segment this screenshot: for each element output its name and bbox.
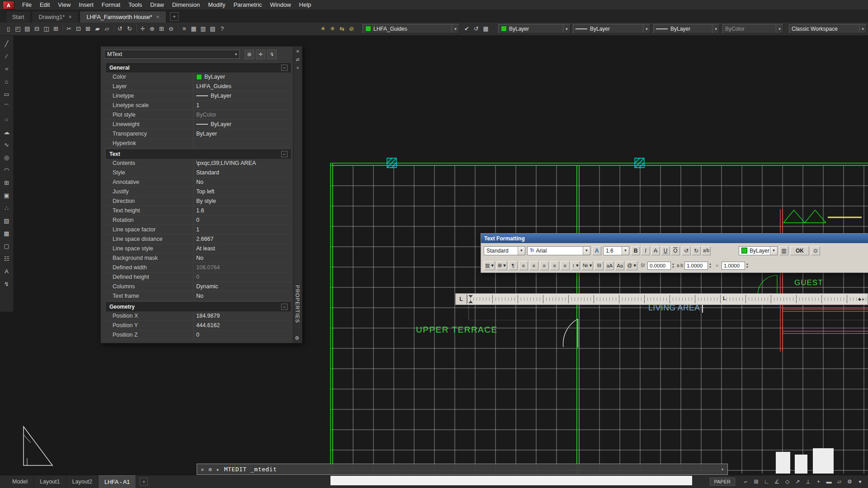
font-combo[interactable]: Tr Arial▼	[527, 246, 590, 255]
align-center-button[interactable]: ≡	[529, 261, 538, 270]
layout-tab-layout1[interactable]: Layout1	[34, 475, 66, 488]
cut-icon[interactable]: ✂	[64, 24, 74, 33]
italic-button[interactable]: I	[641, 246, 650, 255]
layer-freeze-icon[interactable]: ✳	[328, 24, 337, 33]
polygon-icon[interactable]: ⌂	[2, 77, 12, 86]
layout-tab-layout2[interactable]: Layout2	[66, 475, 99, 488]
make-block-icon[interactable]: ▣	[2, 191, 12, 200]
property-value[interactable]: ByLayer	[193, 72, 291, 81]
property-row[interactable]: Position Y444.6162	[106, 321, 291, 330]
quick-select-icon[interactable]: ↯	[267, 50, 277, 59]
line-icon[interactable]: ╱	[2, 39, 12, 48]
save-file-icon[interactable]: ▤	[23, 24, 32, 33]
property-row[interactable]: Text frameNo	[106, 291, 291, 301]
property-row[interactable]: Position X184.9879	[106, 311, 291, 321]
layer-previous-icon[interactable]: ↺	[472, 24, 481, 33]
menu-edit[interactable]: Edit	[36, 0, 54, 9]
ellipse-icon[interactable]: ◎	[2, 153, 12, 162]
ortho-icon[interactable]: ∟	[761, 477, 772, 486]
property-row[interactable]: Plot styleByColor	[106, 110, 291, 120]
property-value[interactable]: No	[193, 178, 291, 187]
menu-window[interactable]: Window	[266, 0, 295, 9]
otrack-icon[interactable]: ↗	[793, 477, 803, 486]
property-value[interactable]: Standard	[193, 168, 291, 177]
annotative-button[interactable]: A	[592, 246, 601, 255]
layer-on-icon[interactable]: ☀	[318, 24, 328, 33]
circle-icon[interactable]: ○	[2, 115, 12, 124]
insert-block-icon[interactable]: ⊞	[2, 178, 12, 188]
collapse-icon[interactable]: −	[281, 304, 288, 310]
numbering-button[interactable]: № ▾	[581, 261, 593, 270]
toggle-pickadd-icon[interactable]: ⊞	[245, 50, 254, 59]
color-dropdown[interactable]: ByLayer ▾	[498, 24, 571, 33]
property-value[interactable]: 0	[193, 272, 291, 282]
insert-field-button[interactable]: ⊟	[594, 261, 604, 270]
property-value[interactable]: 106.0764	[193, 263, 291, 272]
property-row[interactable]: StyleStandard	[106, 168, 291, 178]
tool-palettes-icon[interactable]: ▥	[198, 24, 208, 33]
help-icon[interactable]: ?	[217, 24, 227, 33]
symbol-button[interactable]: @ ▾	[626, 261, 637, 270]
layout-tab-lhfa-a1[interactable]: LHFA - A1	[99, 475, 136, 488]
property-value[interactable]: 444.6162	[193, 321, 291, 330]
text-color-combo[interactable]: ByLayer▼	[739, 246, 778, 255]
properties-menu-icon[interactable]: ≡	[295, 65, 301, 71]
close-tab-icon[interactable]: ✕	[156, 14, 160, 19]
collapse-icon[interactable]: −	[281, 65, 288, 71]
property-row[interactable]: JustifyTop left	[106, 187, 291, 197]
workspace-dropdown[interactable]: Classic Workspace ▾	[789, 24, 867, 33]
columns-button[interactable]: ▥ ▾	[484, 261, 495, 270]
polar-icon[interactable]: ∠	[772, 477, 782, 486]
menu-insert[interactable]: Insert	[75, 0, 98, 9]
property-value[interactable]: ByLayer	[193, 120, 291, 129]
property-value[interactable]: 2.6667	[193, 235, 291, 244]
width-resize-marker[interactable]: ◆ ▸	[858, 297, 864, 301]
menu-tools[interactable]: Tools	[124, 0, 146, 9]
collapse-icon[interactable]: −	[281, 151, 288, 157]
menu-dimension[interactable]: Dimension	[168, 0, 204, 9]
spline-icon[interactable]: ∿	[2, 140, 12, 150]
undo-icon[interactable]: ↺	[115, 24, 125, 33]
property-value[interactable]: Dynamic	[193, 282, 291, 291]
close-icon[interactable]: ✕	[201, 466, 204, 473]
property-row[interactable]: Line space styleAt least	[106, 244, 291, 253]
ok-button[interactable]: OK	[790, 246, 809, 255]
hatch-icon[interactable]: ▨	[2, 216, 12, 225]
command-history-icon[interactable]: ▾	[721, 467, 724, 472]
paste-icon[interactable]: ⊠	[83, 24, 93, 33]
gear-icon[interactable]: ⚙	[844, 477, 855, 486]
ellipse-arc-icon[interactable]: ◠	[2, 165, 12, 175]
property-value[interactable]: At least	[193, 244, 291, 253]
command-tools-icon[interactable]: ⚙	[208, 466, 212, 473]
file-tab[interactable]: Start	[5, 11, 31, 23]
zoom-previous-icon[interactable]: ⊖	[166, 24, 176, 33]
property-value[interactable]: 0	[193, 330, 291, 339]
property-row[interactable]: Text height1.6	[106, 206, 291, 216]
strike-button[interactable]: A	[651, 246, 660, 255]
first-line-indent-marker[interactable]	[468, 295, 473, 298]
justification-button[interactable]: ⊞ ▾	[496, 261, 507, 270]
options-button[interactable]: ⊙	[811, 246, 820, 255]
property-row[interactable]: AnnotativeNo	[106, 178, 291, 187]
layer-transfer-icon[interactable]: ⇆	[337, 24, 347, 33]
property-row[interactable]: LinetypeByLayer	[106, 91, 291, 101]
make-current-icon[interactable]: ✔	[462, 24, 472, 33]
erase-icon[interactable]: ▱	[102, 24, 112, 33]
property-row[interactable]: Position Z0	[106, 330, 291, 340]
ruler-toggle-button[interactable]: ▥	[779, 246, 788, 255]
property-value[interactable]: 184.9879	[193, 311, 291, 320]
tab-stop-marker[interactable]: L	[723, 296, 726, 301]
property-value[interactable]: 1	[193, 101, 291, 110]
quick-properties-icon[interactable]: ▱	[834, 477, 844, 486]
distribute-button[interactable]: ≡	[561, 261, 570, 270]
publish-icon[interactable]: ⊞	[51, 24, 61, 33]
layer-dropdown[interactable]: LHFA_Guides ▾	[363, 24, 459, 33]
linetype-dropdown[interactable]: ByLayer ▾	[573, 24, 651, 33]
menu-help[interactable]: Help	[295, 0, 316, 9]
plot-preview-icon[interactable]: ◫	[42, 24, 51, 33]
file-tab[interactable]: LHFA_Farnsworth House*✕	[80, 11, 166, 23]
table-icon[interactable]: ☷	[2, 254, 12, 263]
line-spacing-button[interactable]: ↕ ▾	[571, 261, 580, 270]
overline-button[interactable]: O	[671, 246, 680, 255]
rectangle-icon[interactable]: ▭	[2, 89, 12, 99]
